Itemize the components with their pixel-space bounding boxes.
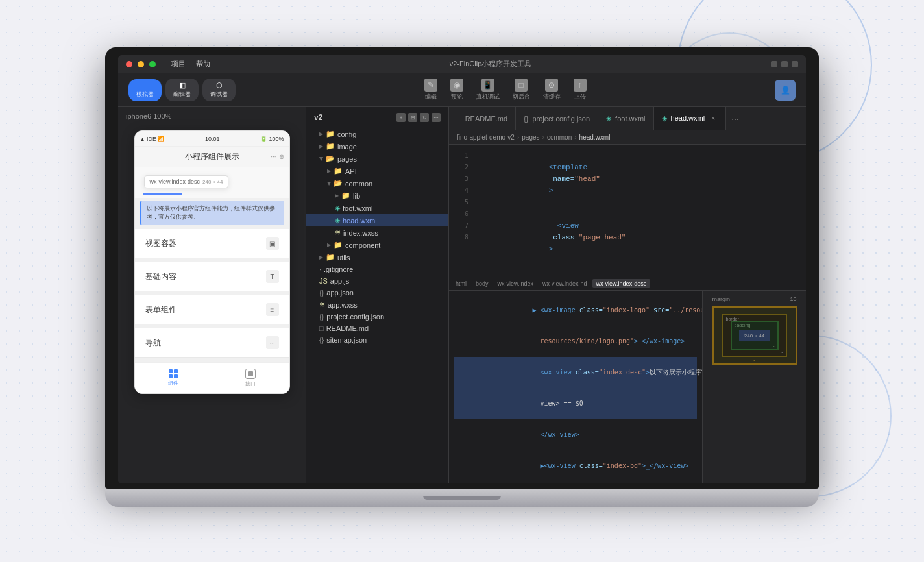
debugger-button[interactable]: ⬡ 调试器 [202,79,236,101]
section-icon-0: ▣ [266,237,279,250]
file-tree-icon-1[interactable]: + [396,113,406,122]
background-icon: □ [515,79,528,92]
tree-item-appjson[interactable]: {} app.json [306,287,448,299]
element-tooltip: wx-view.index-desc 240 × 44 [144,175,229,188]
status-right: 🔋 100% [260,136,284,142]
device-debug-action[interactable]: 📱 真机调试 [476,79,500,101]
section-form[interactable]: 表单组件 ≡ [135,295,289,324]
tree-item-readme[interactable]: □ README.md [306,323,448,334]
tree-item-image[interactable]: ▶ 📁 image [306,140,448,153]
code-content[interactable]: <template name="head" > <view class="pag… [472,145,806,276]
simulator-button[interactable]: □ 模拟器 [128,79,162,101]
tab-close-btn[interactable]: × [709,114,718,123]
folder-icon-lib: 📁 [341,191,350,200]
file-tree-icon-4[interactable]: ⋯ [432,113,441,122]
tree-item-component[interactable]: ▶ 📁 component [306,239,448,251]
line-num-1: 1 [449,150,472,162]
breadcrumb-file[interactable]: head.wxml [579,134,611,141]
html-line-6: </wx-view> [454,482,697,483]
elem-tab-html[interactable]: html [452,279,470,288]
tab-project-config[interactable]: {} project.config.json [516,107,598,130]
elem-tab-body[interactable]: body [472,279,492,288]
upload-action[interactable]: ↑ 上传 [574,79,587,101]
elem-tab-index-desc[interactable]: wx-view.index-desc [592,279,651,288]
tree-item-api[interactable]: ▶ 📁 API [306,165,448,177]
maximize-dot[interactable] [149,61,156,67]
edit-label: 编辑 [425,93,437,101]
tree-label-sitemap: sitemap.json [326,336,367,344]
tab-readme[interactable]: □ README.md [449,107,516,130]
phone-expand-icon[interactable]: ⊕ [279,153,284,160]
menu-project[interactable]: 项目 [171,59,186,69]
tree-item-common[interactable]: ▶ 📂 common [306,177,448,189]
section-view-container[interactable]: 视图容器 ▣ [135,229,289,258]
box-model-padding: padding - 240 × 44 [731,321,779,350]
editor-button[interactable]: ◧ 编辑器 [165,79,199,101]
breadcrumb-pages[interactable]: pages [522,134,539,141]
tooltip-label: wx-view.index-desc [150,178,201,185]
expand-btn[interactable] [781,61,788,67]
tree-item-head-wxml[interactable]: ◈ head.wxml [306,214,448,226]
breadcrumb-common[interactable]: common [547,134,572,141]
tree-item-lib[interactable]: ▶ 📁 lib [306,189,448,202]
nav-api[interactable]: 接口 [212,363,289,393]
close-btn[interactable] [792,61,798,67]
tab-foot-icon: ◈ [606,114,611,123]
file-icon-sitemap: {} [319,336,324,344]
tree-item-sitemap[interactable]: {} sitemap.json [306,334,448,346]
file-tree-icon-2[interactable]: ⊞ [408,113,417,122]
section-title-2: 表单组件 [145,304,176,315]
chevron-icon-common: ▶ [326,182,332,186]
margin-top-label: - [716,309,718,313]
phone-menu-icon[interactable]: ··· [271,153,276,160]
file-tree-panel: v2 + ⊞ ↻ ⋯ ▶ 📁 config [306,107,449,483]
background-action[interactable]: □ 切后台 [513,79,530,101]
border-dash: - [781,350,783,354]
line-num-3: 3 [449,173,472,185]
tooltip-size: 240 × 44 [202,179,223,185]
html-line-4: </wx-view> [454,419,697,450]
minimize-dot[interactable] [138,61,144,67]
tree-label-foot: foot.wxml [343,204,372,212]
clear-cache-action[interactable]: ⊙ 清缓存 [543,79,561,101]
section-basic-content[interactable]: 基础内容 T [135,262,289,291]
html-line-2: <wx-view class="index-desc">以下将展示小程序官方组件… [454,357,697,388]
tree-item-index-wxss[interactable]: ≋ index.wxss [306,226,448,239]
tree-item-appjs[interactable]: JS app.js [306,275,448,287]
tree-item-config[interactable]: ▶ 📁 config [306,128,448,140]
tree-label-component: component [345,241,380,249]
tab-more-btn[interactable]: ··· [726,114,744,124]
elem-tab-index[interactable]: wx-view.index [494,279,538,288]
breadcrumb-root[interactable]: fino-applet-demo-v2 [457,134,515,141]
file-icon-readme: □ [319,324,324,332]
tab-head-wxml[interactable]: ◈ head.wxml × [654,107,727,130]
file-tree-icon-3[interactable]: ↻ [420,113,429,122]
chevron-icon-api: ▶ [327,168,331,174]
section-icon-1: T [266,270,279,283]
inspector-right: margin 10 - - border - [702,291,806,483]
preview-icon: ◉ [450,79,463,92]
preview-action[interactable]: ◉ 预览 [450,79,463,101]
section-title-3: 导航 [145,337,161,348]
file-icon-index-wxss: ≋ [335,228,341,237]
minimize-btn[interactable] [771,61,777,67]
user-avatar[interactable]: 👤 [775,80,796,101]
nav-component[interactable]: 组件 [135,363,212,393]
edit-action[interactable]: ✎ 编辑 [424,79,437,101]
toolbar-center: ✎ 编辑 ◉ 预览 📱 真机调试 □ 切后台 [236,79,775,101]
tree-item-project-config[interactable]: {} project.config.json [306,311,448,323]
close-dot[interactable] [126,61,132,67]
tree-item-appwxss[interactable]: ≋ app.wxss [306,299,448,311]
menu-help[interactable]: 帮助 [196,59,210,69]
section-nav[interactable]: 导航 ··· [135,328,289,358]
tab-foot-wxml[interactable]: ◈ foot.wxml [598,107,653,130]
tree-item-foot-wxml[interactable]: ◈ foot.wxml [306,202,448,214]
tab-head-icon: ◈ [662,114,667,123]
tree-item-pages[interactable]: ▶ 📂 pages [306,153,448,165]
tree-item-gitignore[interactable]: · .gitignore [306,263,448,275]
tree-item-utils[interactable]: ▶ 📁 utils [306,251,448,263]
folder-icon-component: 📁 [334,241,343,249]
status-left: ▲ IDE 📶 [140,136,165,142]
elem-tab-index-hd[interactable]: wx-view.index-hd [539,279,591,288]
code-editor: □ README.md {} project.config.json ◈ foo… [449,107,806,483]
